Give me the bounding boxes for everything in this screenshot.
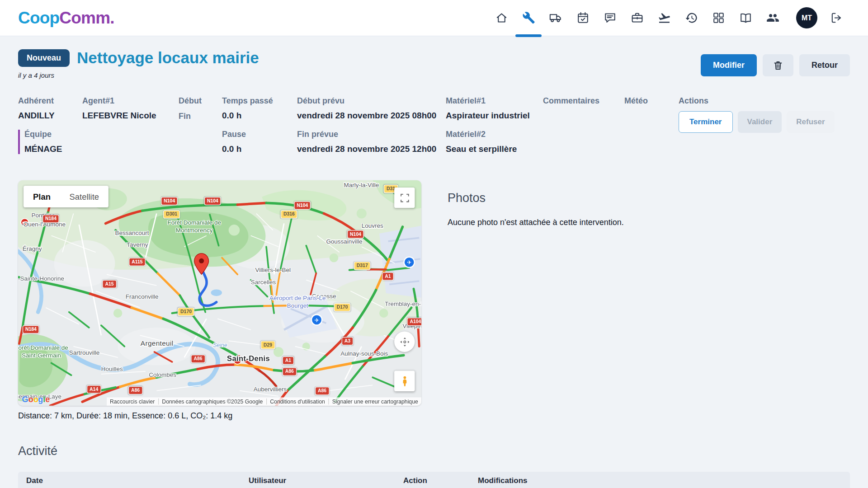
trash-icon [773, 60, 783, 71]
col-temps: Temps passé 0.0 h Pause 0.0 h [222, 96, 297, 163]
vehicle-icon [549, 11, 562, 24]
map-satellite-button[interactable]: Satellite [60, 186, 108, 207]
equipe-value: MÉNAGE [24, 144, 82, 154]
fullscreen-icon [400, 193, 410, 203]
col-agent: Agent#1 LEFEBVRE Nicole [82, 96, 179, 130]
map-type-control: Plan Satellite [24, 186, 108, 207]
map-and-photos: ✈ ✈ Marly-la-VillePontoise-Ouen-l'Aumône… [18, 180, 850, 421]
main-content: Nouveau Nettoyage locaux mairie il y a 4… [0, 36, 868, 488]
page-title: Nettoyage locaux mairie [77, 49, 259, 67]
nav-history[interactable] [678, 0, 705, 36]
keyboard-shortcuts-link[interactable]: Raccourcis clavier [107, 399, 158, 404]
fin-prevue-value: vendredi 28 novembre 2025 12h00 [297, 144, 446, 154]
nav-logout[interactable] [823, 0, 850, 36]
toolbox-icon [631, 11, 644, 24]
terms-link[interactable]: Conditions d'utilisation [266, 399, 329, 404]
col-meteo: Météo [624, 96, 679, 106]
report-error-link[interactable]: Signaler une erreur cartographique [328, 399, 421, 404]
refuser-button[interactable]: Refuser [787, 111, 834, 133]
column-action: Action [403, 476, 478, 485]
nav-apps[interactable] [705, 0, 732, 36]
debut-label: Début [179, 96, 222, 106]
actions-label: Actions [679, 96, 850, 106]
history-icon [685, 11, 698, 24]
pan-control-button[interactable] [394, 332, 415, 352]
route-stats: Distance: 7 km, Durée: 18 min, Essence: … [18, 411, 421, 421]
back-button[interactable]: Retour [799, 54, 850, 76]
activity-table-header: Date Utilisateur Action Modifications [18, 472, 850, 488]
pegman-button[interactable] [394, 371, 415, 391]
logo-dot: . [110, 9, 114, 27]
pause-value: 0.0 h [222, 144, 297, 154]
grid-icon [712, 11, 725, 24]
temps-label: Temps passé [222, 96, 297, 106]
activity-section: Activité Date Utilisateur Action Modific… [18, 444, 850, 488]
activity-title: Activité [18, 444, 850, 458]
valider-button[interactable]: Valider [738, 111, 782, 133]
fin-prevue-label: Fin prévue [297, 130, 446, 139]
adherent-label: Adhérent [18, 96, 82, 106]
book-icon [739, 11, 752, 24]
header-buttons: Modifier Retour [701, 54, 850, 76]
google-logo: Google [22, 394, 50, 404]
nav-home[interactable] [488, 0, 515, 36]
time-ago: il y a 4 jours [18, 71, 259, 79]
logo-part-comm: Comm [59, 9, 110, 27]
agent-label: Agent#1 [82, 96, 179, 106]
fullscreen-button[interactable] [394, 188, 415, 208]
home-icon [495, 11, 508, 24]
plane-icon [658, 11, 671, 24]
col-adherent: Adhérent ANDILLY Équipe MÉNAGE [18, 96, 82, 163]
photos-empty-text: Aucune photo n'est attachée à cette inte… [448, 218, 624, 227]
nav-travel[interactable] [651, 0, 678, 36]
svg-text:✈: ✈ [407, 259, 411, 266]
nav-documentation[interactable] [732, 0, 759, 36]
users-icon [766, 11, 779, 24]
calendar-check-icon [576, 11, 590, 24]
nav-toolbox[interactable] [623, 0, 651, 36]
column-utilisateur: Utilisateur [249, 476, 403, 485]
top-navbar: CoopComm. [0, 0, 868, 36]
materiel2-label: Matériel#2 [446, 130, 543, 139]
nav-members[interactable] [759, 0, 786, 36]
delete-button[interactable] [763, 54, 793, 76]
navbar-icons: MT [488, 0, 850, 36]
meteo-label: Météo [624, 96, 679, 106]
commentaires-label: Commentaires [543, 96, 624, 106]
nav-planning[interactable] [569, 0, 596, 36]
nav-interventions[interactable] [515, 0, 542, 36]
agent-value: LEFEBVRE Nicole [82, 111, 179, 121]
photos-title: Photos [448, 191, 624, 205]
photos-section: Photos Aucune photo n'est attachée à cet… [448, 180, 624, 421]
status-badge: Nouveau [18, 49, 70, 67]
column-modifications: Modifications [478, 476, 842, 485]
user-avatar[interactable]: MT [796, 7, 817, 28]
map-canvas[interactable]: ✈ ✈ [18, 180, 421, 406]
debut-prevu-value: vendredi 28 novembre 2025 08h00 [297, 111, 446, 121]
temps-value: 0.0 h [222, 111, 297, 121]
col-actions: Actions Terminer Valider Refuser [679, 96, 850, 133]
col-dates-prevues: Début prévu vendredi 28 novembre 2025 08… [297, 96, 446, 163]
map[interactable]: ✈ ✈ Marly-la-VillePontoise-Ouen-l'Aumône… [18, 180, 421, 406]
page-header: Nouveau Nettoyage locaux mairie il y a 4… [18, 49, 850, 79]
nav-vehicles[interactable] [542, 0, 569, 36]
map-plan-button[interactable]: Plan [24, 186, 60, 207]
materiel1-value: Aspirateur industriel [446, 111, 543, 121]
nav-messages[interactable] [596, 0, 623, 36]
debut-prevu-label: Début prévu [297, 96, 446, 106]
adherent-value: ANDILLY [18, 111, 82, 121]
svg-text:✈: ✈ [314, 317, 319, 324]
column-date: Date [26, 476, 249, 485]
materiel1-label: Matériel#1 [446, 96, 543, 106]
logo-part-coop: Coop [18, 9, 59, 27]
modify-button[interactable]: Modifier [701, 54, 757, 76]
map-data-text: Données cartographiques ©2025 Google [158, 399, 266, 404]
intervention-info: Adhérent ANDILLY Équipe MÉNAGE Agent#1 L… [18, 96, 850, 163]
logout-icon [830, 11, 843, 24]
chat-icon [604, 11, 617, 24]
equipe-label: Équipe [24, 130, 82, 139]
col-materiel: Matériel#1 Aspirateur industriel Matérie… [446, 96, 543, 163]
map-attribution: Raccourcis clavier Données cartographiqu… [107, 397, 421, 405]
app-logo[interactable]: CoopComm. [18, 9, 114, 28]
terminer-button[interactable]: Terminer [679, 111, 733, 133]
